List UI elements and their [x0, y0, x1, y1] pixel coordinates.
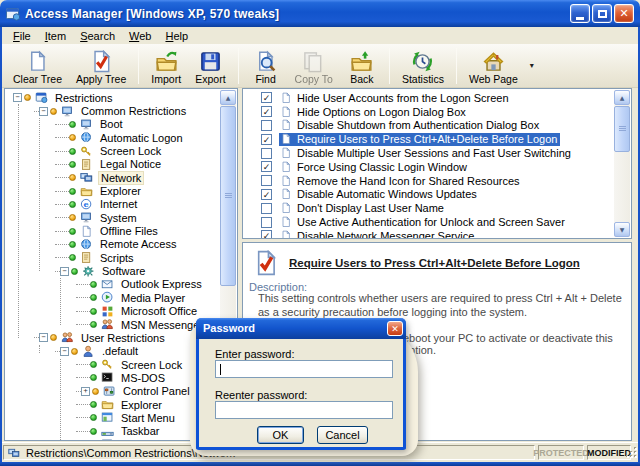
cancel-button[interactable]: Cancel: [317, 426, 368, 444]
scroll-up-icon[interactable]: ▲: [220, 90, 236, 105]
checked-checkbox[interactable]: ✓: [261, 230, 272, 239]
tree-item-network[interactable]: Network: [5, 171, 221, 184]
monitor-icon: [61, 105, 75, 118]
tree-item-screen-lock[interactable]: Screen Lock: [5, 358, 221, 371]
toolbar-button-find[interactable]: Find: [244, 46, 288, 86]
list-item-hide-user-accounts-from-the-logon-screen[interactable]: ✓Hide User Accounts from the Logon Scree…: [243, 91, 615, 105]
tree-item-offline-files[interactable]: Offline Files: [5, 224, 221, 237]
collapse-icon[interactable]: −: [60, 267, 69, 276]
web-page-dropdown-arrow[interactable]: ▾: [525, 61, 539, 70]
toolbar-button-export[interactable]: Export: [188, 46, 232, 86]
tree-item-label: Start Menu: [119, 412, 177, 424]
tree-item-remote-access[interactable]: Remote Access: [5, 238, 221, 251]
unchecked-checkbox[interactable]: [261, 217, 272, 228]
tree-item-microsoft-office[interactable]: Microsoft Office: [5, 305, 221, 318]
orange-status-dot: [92, 388, 99, 395]
list-item-disable-shutdown-from-authentication-dialog-box[interactable]: Disable Shutdown from Authentication Dia…: [243, 119, 615, 133]
menu-item-file[interactable]: File: [6, 29, 38, 43]
statistics-icon: [411, 49, 434, 73]
people-icon: [101, 318, 115, 331]
unchecked-checkbox[interactable]: [261, 120, 272, 131]
tree-item-automatic-logon[interactable]: Automatic Logon: [5, 131, 221, 144]
ok-button[interactable]: OK: [257, 426, 304, 444]
resize-grip[interactable]: [625, 446, 637, 458]
collapse-icon[interactable]: −: [39, 107, 48, 116]
checked-checkbox[interactable]: ✓: [261, 106, 272, 117]
scroll-up-icon[interactable]: ▲: [614, 90, 630, 105]
menu-item-web[interactable]: Web: [122, 29, 158, 43]
menu-item-help[interactable]: Help: [158, 29, 195, 43]
checked-checkbox[interactable]: ✓: [261, 134, 272, 145]
detail-title: Require Users to Press Ctrl+Alt+Delete B…: [289, 257, 580, 269]
toolbar-button-statistics[interactable]: Statistics: [395, 46, 451, 86]
toolbar-button-copy-to[interactable]: Copy To: [288, 46, 340, 86]
toolbar-button-back[interactable]: Back: [340, 46, 384, 86]
tree-item-legal-notice[interactable]: Legal Notice: [5, 158, 221, 171]
tree-item-label: System: [98, 212, 139, 224]
menu-item-search[interactable]: Search: [73, 29, 122, 43]
checked-checkbox[interactable]: ✓: [261, 189, 272, 200]
tree-item-media-player[interactable]: Media Player: [5, 291, 221, 304]
minimize-button[interactable]: [570, 4, 590, 23]
title-bar[interactable]: Access Manager [Windows XP, 570 tweaks] …: [0, 0, 640, 27]
checked-checkbox[interactable]: ✓: [261, 92, 272, 103]
list-item-disable-automatic-windows-updates[interactable]: ✓Disable Automatic Windows Updates: [243, 188, 615, 202]
list-item-remove-the-hand-icon-for-shared-resources[interactable]: Remove the Hand Icon for Shared Resource…: [243, 174, 615, 188]
list-scrollbar-thumb[interactable]: [614, 106, 630, 152]
toolbar-button-clear-tree[interactable]: Clear Tree: [6, 46, 69, 86]
maximize-button[interactable]: [592, 4, 612, 23]
scroll-down-icon[interactable]: ▼: [614, 222, 630, 237]
orange-status-dot: [69, 134, 76, 141]
collapse-icon[interactable]: −: [39, 333, 48, 342]
tree-item-common-restrictions[interactable]: −Common Restrictions: [5, 104, 221, 117]
tree-item-restrictions[interactable]: −Restrictions: [5, 91, 221, 104]
list-item-disable-multiple-user-sessions-and-fast-user-switching[interactable]: Disable Multiple User Sessions and Fast …: [243, 146, 615, 160]
tree-item-scripts[interactable]: Scripts: [5, 251, 221, 264]
dialog-title-bar[interactable]: Password ✕: [196, 318, 406, 339]
menu-item-item[interactable]: Item: [38, 29, 73, 43]
list-item-disable-network-messenger-service[interactable]: ✓Disable Network Messenger Service: [243, 229, 615, 239]
tree-item-screen-lock[interactable]: Screen Lock: [5, 144, 221, 157]
reenter-password-field[interactable]: [215, 401, 393, 419]
play-icon: [101, 291, 115, 304]
toolbar-button-web-page[interactable]: Web Page: [462, 46, 525, 86]
list-item-hide-options-on-logon-dialog-box[interactable]: ✓Hide Options on Logon Dialog Box: [243, 105, 615, 119]
tree-scrollbar-thumb[interactable]: [220, 106, 236, 286]
toolbar-button-apply-tree[interactable]: Apply Tree: [69, 46, 133, 86]
tree-item-explorer[interactable]: Explorer: [5, 398, 221, 411]
unchecked-checkbox[interactable]: [261, 203, 272, 214]
tree-item-internet[interactable]: eInternet: [5, 198, 221, 211]
tree-item-display-properties[interactable]: Display Properties: [5, 438, 221, 441]
list-item-require-users-to-press-ctrl-alt-delete-before-logon[interactable]: ✓Require Users to Press Ctrl+Alt+Delete …: [243, 132, 615, 146]
tree-item-default[interactable]: −.default: [5, 345, 221, 358]
collapse-icon[interactable]: −: [60, 347, 69, 356]
tree-item-user-restrictions[interactable]: −User Restrictions: [5, 331, 221, 344]
tree-item-outlook-express[interactable]: Outlook Express: [5, 278, 221, 291]
dialog-close-icon[interactable]: ✕: [387, 321, 403, 336]
list-scrollbar[interactable]: ▲ ▼: [614, 90, 630, 237]
toolbar-separator: [389, 48, 390, 84]
expand-icon[interactable]: +: [81, 387, 90, 396]
list-item-don-t-display-last-user-name[interactable]: Don't Display Last User Name: [243, 201, 615, 215]
unchecked-checkbox[interactable]: [261, 148, 272, 159]
toolbar-button-import[interactable]: Import: [144, 46, 188, 86]
green-status-dot: [90, 308, 97, 315]
tree-item-system[interactable]: System: [5, 211, 221, 224]
list-item-force-using-classic-login-window[interactable]: ✓Force Using Classic Login Window: [243, 160, 615, 174]
tree-item-control-panel[interactable]: +Control Panel: [5, 385, 221, 398]
tree-item-boot[interactable]: Boot: [5, 118, 221, 131]
tree-item-start-menu[interactable]: Start Menu: [5, 411, 221, 424]
collapse-icon[interactable]: −: [13, 93, 22, 102]
tree-item-explorer[interactable]: Explorer: [5, 184, 221, 197]
page-icon: [280, 119, 292, 132]
list-item-use-active-authentication-for-unlock-and-screen-saver[interactable]: Use Active Authentication for Unlock and…: [243, 215, 615, 229]
close-button[interactable]: ✕: [614, 4, 634, 23]
tree-item-msn-messenger[interactable]: MSN Messenger: [5, 318, 221, 331]
checked-checkbox[interactable]: ✓: [261, 161, 272, 172]
unchecked-checkbox[interactable]: [261, 175, 272, 186]
enter-password-field[interactable]: [215, 360, 393, 378]
tree-item-ms-dos[interactable]: MS-DOS: [5, 371, 221, 384]
tree-item-taskbar[interactable]: Taskbar: [5, 425, 221, 438]
tree-item-software[interactable]: −Software: [5, 264, 221, 277]
tree-item-label: MS-DOS: [119, 372, 167, 384]
